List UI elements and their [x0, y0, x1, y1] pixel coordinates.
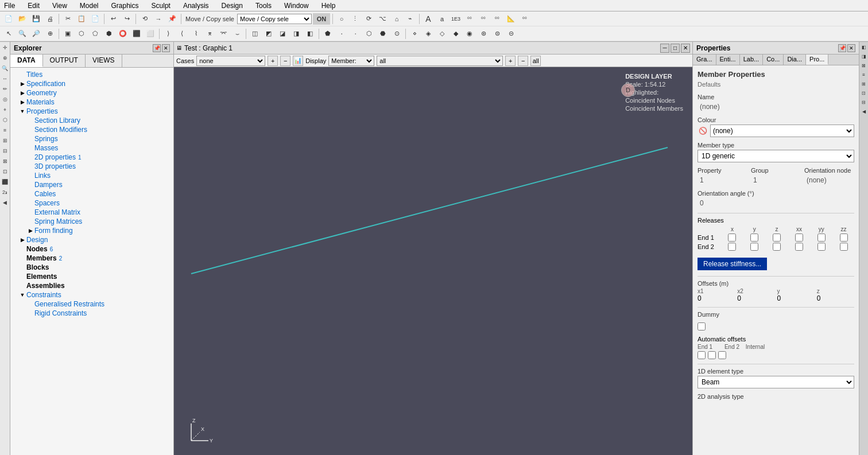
tb-r13[interactable]: ⌣	[231, 28, 243, 40]
tb-text-a[interactable]: a	[436, 13, 448, 25]
tb-open[interactable]: 📂	[16, 13, 29, 25]
vp-all-btn[interactable]: all	[530, 56, 541, 66]
tb-undo[interactable]: ↩	[107, 13, 119, 25]
tb-r7[interactable]: ⬜	[144, 28, 157, 40]
tb-copy[interactable]: 📋	[75, 13, 88, 25]
tb-r29[interactable]: ◉	[463, 28, 476, 40]
end1-zz-cb[interactable]	[840, 234, 848, 242]
tb-transform[interactable]: ⟳	[363, 13, 375, 25]
end2-yy-cb[interactable]	[817, 243, 826, 251]
lt-btn-9[interactable]: ≡	[1, 126, 10, 135]
vp-minus-btn[interactable]: −	[280, 56, 290, 66]
lt-btn-10[interactable]: ⊞	[1, 136, 10, 145]
end1-y-cb[interactable]	[750, 234, 758, 242]
menu-analysis[interactable]: Analysis	[181, 2, 211, 10]
menu-graphics[interactable]: Graphics	[110, 2, 141, 10]
auto-internal-cb[interactable]	[718, 351, 726, 359]
tree-item-external-matrix[interactable]: External Matrix	[10, 208, 173, 217]
menu-tools[interactable]: Tools	[254, 2, 273, 10]
tb-cut[interactable]: ✂	[61, 13, 74, 25]
tb-zoom2[interactable]: 🔎	[30, 28, 42, 40]
tb-new[interactable]: 📄	[2, 13, 15, 25]
tb-r1[interactable]: ▣	[61, 28, 74, 40]
tb-r18[interactable]: ◧	[304, 28, 316, 40]
end2-y-cb[interactable]	[750, 243, 758, 251]
tb-num4[interactable]: ⁰⁰	[518, 13, 531, 25]
on-btn[interactable]: ON	[313, 13, 330, 25]
tree-item-2d-properties[interactable]: 2D properties 1	[10, 153, 173, 162]
tb-r9[interactable]: ⟨	[176, 28, 188, 40]
tb-r11[interactable]: ⌆	[203, 28, 216, 40]
menu-view[interactable]: View	[51, 2, 69, 10]
end1-yy-cb[interactable]	[817, 234, 826, 242]
props-tab-co[interactable]: Co...	[763, 55, 784, 65]
end1-z-cb[interactable]	[773, 234, 781, 242]
tree-item-cables[interactable]: Cables	[10, 189, 173, 199]
tree-item-section-modifiers[interactable]: Section Modifiers	[10, 125, 173, 134]
end2-x-cb[interactable]	[728, 243, 736, 251]
tb-v3[interactable]: ⌁	[404, 13, 417, 25]
member-type-select[interactable]: 1D generic 2D 3D	[698, 150, 854, 162]
end2-zz-cb[interactable]	[840, 243, 848, 251]
tree-item-section-library[interactable]: Section Library	[10, 116, 173, 125]
tb-num3[interactable]: ⁰⁰	[491, 13, 503, 25]
menu-model[interactable]: Model	[78, 2, 100, 10]
rs-btn-1[interactable]: ◧	[860, 43, 868, 51]
tb-angle[interactable]: 📐	[505, 13, 517, 25]
tree-item-masses[interactable]: Masses	[10, 143, 173, 153]
tb-zoom3[interactable]: ⊕	[44, 28, 56, 40]
tb-r16[interactable]: ◪	[276, 28, 289, 40]
tb-r19[interactable]: ⬟	[321, 28, 334, 40]
tb-r6[interactable]: ⬛	[130, 28, 143, 40]
props-pin-btn[interactable]: 📌	[838, 44, 846, 52]
tb-r20[interactable]: ⬝	[335, 28, 348, 40]
tree-item-design[interactable]: ▶ Design	[10, 235, 173, 244]
menu-file[interactable]: File	[2, 2, 17, 10]
lt-btn-12[interactable]: ⊠	[1, 157, 10, 166]
vp-graph-btn[interactable]: 📊	[293, 56, 303, 66]
end1-xx-cb[interactable]	[795, 234, 803, 242]
explorer-close-btn[interactable]: ✕	[162, 44, 170, 52]
tb-r23[interactable]: ⬣	[377, 28, 389, 40]
tb-1e3[interactable]: 1E3	[450, 13, 462, 25]
lt-btn-3[interactable]: 🔍	[1, 64, 10, 73]
rs-btn-8[interactable]: ◀	[860, 107, 868, 115]
tree-item-spring-matrices[interactable]: Spring Matrices	[10, 217, 173, 226]
lt-btn-13[interactable]: ⊡	[1, 167, 10, 176]
end2-z-cb[interactable]	[773, 243, 781, 251]
rs-btn-3[interactable]: ⊠	[860, 61, 868, 69]
lt-btn-7[interactable]: ⌖	[1, 105, 10, 114]
tb-r2[interactable]: ⬡	[75, 28, 88, 40]
tb-num2[interactable]: ⁰⁰	[477, 13, 490, 25]
tb-r12[interactable]: ⌤	[217, 28, 230, 40]
rs-btn-4[interactable]: ≡	[860, 71, 868, 79]
viewport-maximize[interactable]: □	[671, 44, 680, 53]
props-tab-pro[interactable]: Pro...	[806, 55, 828, 65]
tb-pin[interactable]: 📌	[166, 13, 179, 25]
tree-item-assemblies[interactable]: Assemblies	[10, 281, 173, 290]
tb-r14[interactable]: ◫	[249, 28, 261, 40]
lt-btn-15[interactable]: 2₃	[1, 188, 10, 197]
props-tab-gra[interactable]: Gra...	[693, 55, 716, 65]
menu-design[interactable]: Design	[220, 2, 245, 10]
props-tab-enti[interactable]: Enti...	[716, 55, 740, 65]
menu-edit[interactable]: Edit	[26, 2, 41, 10]
tb-r30[interactable]: ⊛	[477, 28, 490, 40]
lt-btn-4[interactable]: ↔	[1, 74, 10, 83]
lt-btn-8[interactable]: ⬡	[1, 115, 10, 125]
props-tab-lab[interactable]: Lab...	[740, 55, 764, 65]
tab-views[interactable]: VIEWS	[86, 55, 122, 67]
dummy-checkbox[interactable]	[698, 322, 706, 330]
tree-item-titles[interactable]: Titles	[10, 70, 173, 79]
lt-btn-5[interactable]: ✏	[1, 84, 10, 94]
release-stiffness-button[interactable]: Release stiffness...	[698, 258, 767, 270]
tree-item-members[interactable]: Members 2	[10, 254, 173, 263]
tb-dots[interactable]: ⋮	[349, 13, 362, 25]
viewport-close[interactable]: ✕	[681, 44, 690, 53]
tb-cursor[interactable]: ↖	[2, 28, 15, 40]
tb-r31[interactable]: ⊜	[491, 28, 503, 40]
rs-btn-2[interactable]: ◨	[860, 52, 868, 60]
tree-item-elements[interactable]: Elements	[10, 272, 173, 281]
display-select[interactable]: Member:	[328, 56, 374, 66]
props-close-btn[interactable]: ✕	[847, 44, 855, 52]
